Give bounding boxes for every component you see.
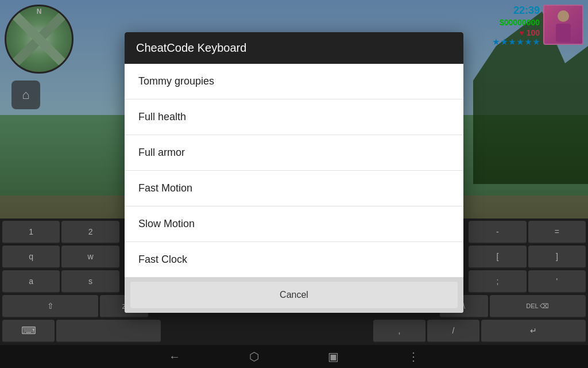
cheat-label-full-armor: Full armor: [138, 147, 185, 158]
cheat-item-slow-motion[interactable]: Slow Motion: [125, 206, 463, 242]
cheat-label-slow-motion: Slow Motion: [138, 218, 195, 229]
cheat-label-tommy-groupies: Tommy groupies: [138, 75, 214, 87]
cheat-item-full-armor[interactable]: Full armor: [125, 135, 463, 171]
cheat-label-fast-motion: Fast Motion: [138, 182, 192, 194]
cheat-item-fast-motion[interactable]: Fast Motion: [125, 171, 463, 206]
cancel-button[interactable]: Cancel: [130, 282, 458, 308]
cheat-label-full-health: Full health: [138, 111, 186, 122]
dialog-footer: Cancel: [125, 277, 463, 313]
cheat-item-tommy-groupies[interactable]: Tommy groupies: [125, 64, 463, 99]
cheatcode-dialog: CheatCode Keyboard Tommy groupies Full h…: [125, 32, 463, 313]
dialog-title: CheatCode Keyboard: [125, 32, 463, 64]
dialog-body: Tommy groupies Full health Full armor Fa…: [125, 64, 463, 277]
cheat-item-full-health[interactable]: Full health: [125, 99, 463, 135]
dialog-overlay: CheatCode Keyboard Tommy groupies Full h…: [0, 0, 588, 368]
cheat-item-fast-clock[interactable]: Fast Clock: [125, 242, 463, 277]
cheat-label-fast-clock: Fast Clock: [138, 254, 187, 265]
